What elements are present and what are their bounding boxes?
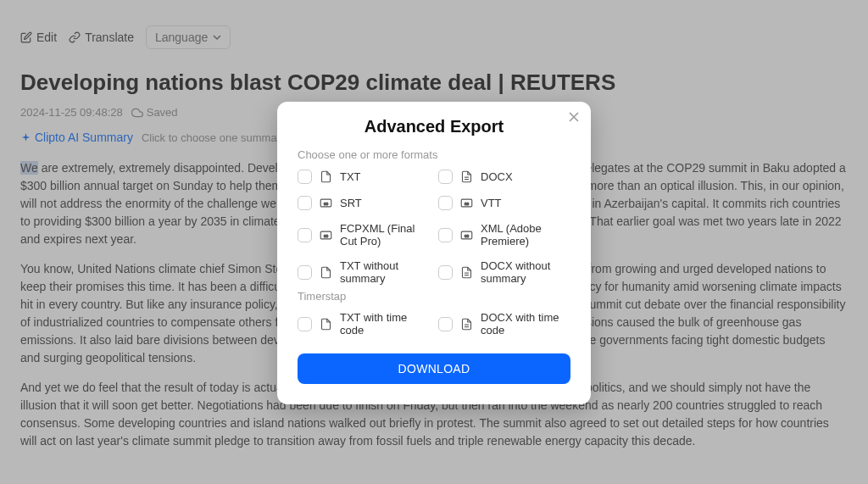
format-label: DOCX without summary <box>481 259 570 285</box>
close-button[interactable] <box>569 110 579 125</box>
formats-grid: TXT DOCX cc SRT cc VTT cc FCPXML (Final … <box>298 170 570 285</box>
format-label: SRT <box>340 197 362 209</box>
format-label: XML (Adobe Premiere) <box>481 222 570 248</box>
file-lines-icon <box>459 317 474 331</box>
export-modal: Advanced Export Choose one or more forma… <box>277 102 591 404</box>
format-fcpxml[interactable]: cc FCPXML (Final Cut Pro) <box>298 222 430 248</box>
file-icon <box>319 317 333 331</box>
checkbox[interactable] <box>298 317 312 331</box>
checkbox[interactable] <box>298 170 312 184</box>
format-docx-no-summary[interactable]: DOCX without summary <box>438 259 570 285</box>
format-label: TXT without summary <box>340 259 430 285</box>
file-lines-icon <box>459 265 474 280</box>
checkbox[interactable] <box>438 265 453 280</box>
cc-icon: cc <box>319 228 333 242</box>
svg-text:cc: cc <box>324 233 329 238</box>
checkbox[interactable] <box>298 265 312 280</box>
checkbox[interactable] <box>438 228 453 242</box>
cc-icon: cc <box>459 228 474 242</box>
svg-text:cc: cc <box>465 233 470 238</box>
format-label: FCPXML (Final Cut Pro) <box>340 222 430 248</box>
file-icon <box>319 265 333 280</box>
format-docx[interactable]: DOCX <box>438 170 570 184</box>
checkbox[interactable] <box>438 196 453 210</box>
timestamp-grid: TXT with time code DOCX with time code <box>298 311 570 337</box>
checkbox[interactable] <box>298 196 312 210</box>
format-label: VTT <box>481 197 502 209</box>
format-label: DOCX <box>481 170 513 183</box>
file-icon <box>319 170 333 184</box>
format-xml-adobe[interactable]: cc XML (Adobe Premiere) <box>438 222 570 248</box>
modal-title: Advanced Export <box>298 117 570 136</box>
format-vtt[interactable]: cc VTT <box>438 196 570 210</box>
download-button[interactable]: DOWNLOAD <box>298 353 570 384</box>
format-txt[interactable]: TXT <box>298 170 430 184</box>
format-txt-no-summary[interactable]: TXT without summary <box>298 259 430 285</box>
checkbox[interactable] <box>438 170 453 184</box>
format-label: DOCX with time code <box>481 311 570 337</box>
checkbox[interactable] <box>298 228 312 242</box>
format-label: TXT <box>340 170 361 183</box>
svg-text:cc: cc <box>465 201 470 206</box>
format-label: TXT with time code <box>340 311 430 337</box>
svg-text:cc: cc <box>324 201 329 206</box>
formats-section-label: Choose one or more formats <box>298 148 570 161</box>
timestamp-section-label: Timerstap <box>298 290 570 303</box>
format-docx-timecode[interactable]: DOCX with time code <box>438 311 570 337</box>
cc-icon: cc <box>319 196 333 210</box>
file-lines-icon <box>459 170 474 184</box>
modal-overlay[interactable]: Advanced Export Choose one or more forma… <box>0 0 868 484</box>
checkbox[interactable] <box>438 317 453 331</box>
format-txt-timecode[interactable]: TXT with time code <box>298 311 430 337</box>
close-icon <box>569 112 579 122</box>
cc-icon: cc <box>459 196 474 210</box>
format-srt[interactable]: cc SRT <box>298 196 430 210</box>
